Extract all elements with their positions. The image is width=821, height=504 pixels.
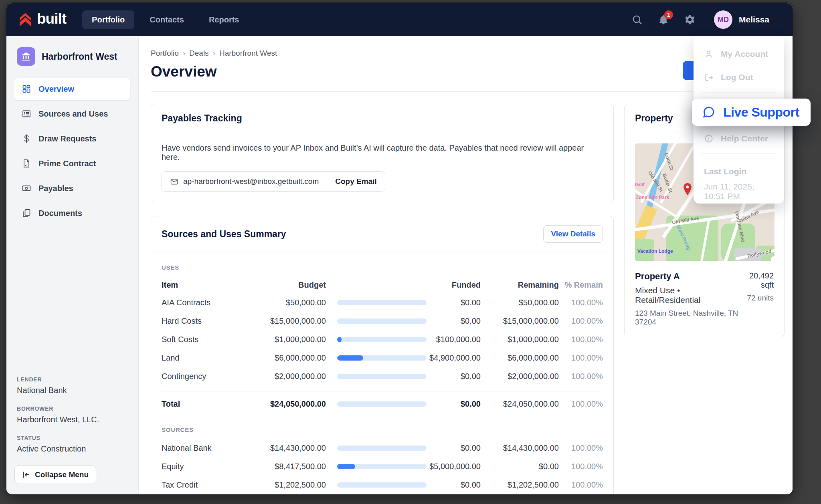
copy-email-button[interactable]: Copy Email (327, 172, 384, 191)
menu-divider (701, 153, 777, 154)
menu-item-help-center[interactable]: Help Center (694, 127, 784, 150)
uses-row: Contingency$2,000,000.00$0.00$2,000,000.… (162, 367, 603, 385)
cell-remaining: $50,000.00 (481, 298, 559, 307)
built-brand-icon (18, 12, 32, 27)
funding-bar-track (337, 300, 427, 305)
sidebar-item-documents[interactable]: Documents (14, 202, 130, 224)
breadcrumb-separator: › (213, 49, 215, 58)
cell-funded: $5,000,000.00 (428, 462, 481, 471)
sidebar-item-draw-requests[interactable]: Draw Requests (14, 127, 130, 150)
collapse-label: Collapse Menu (35, 470, 89, 479)
cell-funded: Funded (428, 280, 481, 290)
breadcrumb-deals[interactable]: Deals (189, 49, 209, 58)
avatar[interactable]: MD (714, 10, 732, 29)
brand-name: built (37, 11, 66, 28)
sidebar-item-overview[interactable]: Overview (14, 78, 130, 100)
sidebar-item-label: Sources and Uses (38, 109, 108, 119)
sources-row: Equity$8,417,500.00$5,000,000.00$0.00100… (162, 457, 603, 476)
app-body: Harborfront West OverviewSources and Use… (6, 36, 793, 494)
top-nav-item-contacts[interactable]: Contacts (140, 10, 194, 29)
cell-item: Item (162, 280, 252, 290)
cell-remaining: Remaining (481, 280, 559, 290)
sources-uses-summary-card: Sources and Uses Summary View Details US… (151, 216, 614, 494)
uses-row: AIA Contracts$50,000.00$0.00$50,000.0010… (162, 293, 603, 312)
uses-row: Land$6,000,000.00$4,900,000.00$6,000,000… (162, 349, 603, 367)
menu-item-log-out[interactable]: Log Out (694, 66, 784, 89)
funding-bar-track (337, 319, 427, 324)
menu-divider (701, 92, 777, 93)
screenshot-root: built PortfolioContactsReports 1 MD Meli… (0, 0, 821, 504)
cell-funded: $4,900,000.00 (428, 353, 481, 363)
cell-pct-remain: 100.00% (559, 335, 603, 344)
collapse-icon (22, 471, 30, 479)
cell-remaining: $15,000,000.00 (481, 317, 559, 326)
sources-section-label: SOURCES (162, 426, 603, 433)
cell-budget: $24,050,000.00 (252, 399, 326, 409)
funding-bar (326, 374, 428, 379)
breadcrumb-harborfront-west[interactable]: Harborfront West (219, 49, 277, 58)
cell-budget: Budget (252, 280, 326, 290)
funding-bar-track (337, 464, 427, 469)
section-gap (162, 414, 603, 425)
top-nav-item-reports[interactable]: Reports (199, 10, 249, 29)
app-window: built PortfolioContactsReports 1 MD Meli… (6, 3, 793, 494)
view-details-button[interactable]: View Details (543, 225, 603, 243)
meta-value: Harborfront West, LLC. (17, 415, 128, 424)
cell-budget: $2,000,000.00 (252, 372, 326, 381)
envelope-icon (170, 177, 178, 186)
map-label: Golf (635, 182, 645, 187)
cell-pct-remain: 100.00% (559, 444, 603, 453)
cell-funded: $0.00 (428, 444, 481, 453)
funding-bar (326, 355, 428, 361)
map-zoom-out-button[interactable]: − (770, 256, 774, 261)
table-header-row: ItemBudgetFundedRemaining% Remain (162, 276, 603, 293)
property-sqft: 20,492 sqft (740, 271, 774, 290)
funding-bar-track (337, 374, 427, 379)
payables-description: Have vendors send invoices to your AP In… (162, 143, 603, 162)
cell-item: AIA Contracts (162, 298, 252, 307)
funding-bar (326, 337, 428, 342)
meta-value: National Bank (17, 386, 128, 395)
logout-icon (704, 73, 714, 82)
dollar-icon (22, 134, 31, 143)
chat-bubble-icon (702, 105, 715, 119)
user-menu-trigger[interactable]: MD Melissa (714, 10, 769, 29)
sidebar: Harborfront West OverviewSources and Use… (6, 36, 139, 494)
top-nav-item-portfolio[interactable]: Portfolio (82, 10, 134, 29)
sidebar-item-label: Draw Requests (38, 134, 97, 143)
uses-total-row: Total$24,050,000.00$0.00$24,050,000.0010… (162, 391, 603, 414)
deal-header: Harborfront West (14, 47, 130, 66)
cell-item: National Bank (162, 444, 252, 453)
sidebar-meta-borrower: BORROWERHarborfront West, LLC. (17, 405, 128, 424)
cell-item: Tax Credit (162, 480, 252, 490)
menu-item-my-account[interactable]: My Account (694, 42, 784, 66)
cell-item: Total (162, 399, 252, 409)
cell-remaining: $14,430,000.00 (481, 444, 559, 453)
gear-icon[interactable] (684, 14, 696, 25)
top-nav-items: PortfolioContactsReports (82, 10, 249, 29)
search-icon[interactable] (631, 14, 643, 25)
sidebar-item-payables[interactable]: Payables (14, 177, 130, 200)
breadcrumb-portfolio[interactable]: Portfolio (151, 49, 179, 58)
cell-budget: $8,417,500.00 (252, 462, 326, 471)
cell-funded: $0.00 (428, 399, 481, 409)
cell-pct-remain: 100.00% (559, 462, 603, 471)
sidebar-item-sources-and-uses[interactable]: Sources and Uses (14, 103, 130, 125)
cell-remaining: $2,000,000.00 (481, 372, 559, 381)
notifications-bell-icon[interactable]: 1 (658, 14, 669, 25)
ap-inbox-email-text: ap-harborfront-west@inbox.getbuilt.com (183, 177, 319, 186)
funding-bar (326, 401, 428, 407)
contract-icon (22, 159, 31, 168)
funding-bar-track (337, 482, 427, 488)
live-support-label: Live Support (723, 105, 799, 120)
sidebar-item-prime-contract[interactable]: Prime Contract (14, 152, 130, 175)
property-units: 72 units (740, 294, 774, 302)
collapse-menu-button[interactable]: Collapse Menu (14, 466, 96, 484)
cell-funded: $0.00 (428, 372, 481, 381)
uses-section-label: USES (162, 264, 603, 271)
built-logo[interactable]: built (18, 11, 66, 28)
breadcrumb: Portfolio›Deals›Harborfront West (151, 49, 785, 58)
cash-icon (22, 183, 31, 193)
live-support-callout[interactable]: Live Support (692, 99, 811, 126)
map-pin-icon (682, 183, 693, 196)
